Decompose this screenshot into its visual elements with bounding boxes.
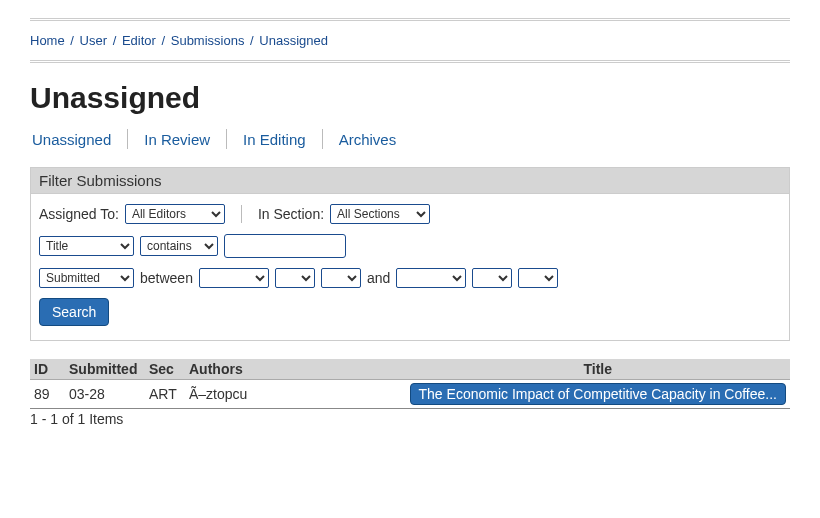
filter-header: Filter Submissions bbox=[31, 168, 789, 194]
breadcrumb: Home / User / Editor / Submissions / Una… bbox=[30, 29, 790, 52]
tab-in-editing[interactable]: In Editing bbox=[241, 131, 308, 148]
date-basis-select[interactable]: Submitted bbox=[39, 268, 134, 288]
submission-title-link[interactable]: The Economic Impact of Competitive Capac… bbox=[410, 383, 786, 405]
search-button[interactable]: Search bbox=[39, 298, 109, 326]
col-id: ID bbox=[30, 359, 65, 380]
breadcrumb-sep: / bbox=[111, 33, 119, 48]
breadcrumb-editor[interactable]: Editor bbox=[122, 33, 156, 48]
in-section-select[interactable]: All Sections bbox=[330, 204, 430, 224]
to-year-select[interactable] bbox=[396, 268, 466, 288]
match-select[interactable]: contains bbox=[140, 236, 218, 256]
breadcrumb-unassigned[interactable]: Unassigned bbox=[259, 33, 328, 48]
col-sec: Sec bbox=[145, 359, 185, 380]
page-title: Unassigned bbox=[30, 81, 790, 115]
tab-divider bbox=[322, 129, 323, 149]
table-row: 89 03-28 ART Ã–ztopcu The Economic Impac… bbox=[30, 380, 790, 409]
breadcrumb-sep: / bbox=[68, 33, 76, 48]
tab-divider bbox=[226, 129, 227, 149]
top-rule bbox=[30, 18, 790, 21]
tab-unassigned[interactable]: Unassigned bbox=[30, 131, 113, 148]
in-section-label: In Section: bbox=[258, 206, 324, 222]
to-day-select[interactable] bbox=[518, 268, 558, 288]
filter-row-search: Title contains bbox=[39, 234, 781, 258]
breadcrumb-rule bbox=[30, 60, 790, 63]
tab-in-review[interactable]: In Review bbox=[142, 131, 212, 148]
filter-row-dates: Submitted between and bbox=[39, 268, 781, 288]
and-label: and bbox=[367, 270, 390, 286]
filter-box: Filter Submissions Assigned To: All Edit… bbox=[30, 167, 790, 341]
between-label: between bbox=[140, 270, 193, 286]
tab-divider bbox=[127, 129, 128, 149]
filter-body: Assigned To: All Editors In Section: All… bbox=[31, 194, 789, 340]
tabs: Unassigned In Review In Editing Archives bbox=[30, 129, 790, 149]
filter-row-assigned: Assigned To: All Editors In Section: All… bbox=[39, 204, 781, 224]
col-title: Title bbox=[406, 359, 790, 380]
from-year-select[interactable] bbox=[199, 268, 269, 288]
assigned-to-select[interactable]: All Editors bbox=[125, 204, 225, 224]
breadcrumb-sep: / bbox=[248, 33, 256, 48]
to-month-select[interactable] bbox=[472, 268, 512, 288]
col-authors: Authors bbox=[185, 359, 406, 380]
cell-title: The Economic Impact of Competitive Capac… bbox=[406, 380, 790, 409]
filter-row-submit: Search bbox=[39, 298, 781, 326]
field-select[interactable]: Title bbox=[39, 236, 134, 256]
search-input[interactable] bbox=[224, 234, 346, 258]
tab-archives[interactable]: Archives bbox=[337, 131, 399, 148]
breadcrumb-user[interactable]: User bbox=[80, 33, 107, 48]
cell-id: 89 bbox=[30, 380, 65, 409]
cell-submitted: 03-28 bbox=[65, 380, 145, 409]
filter-divider bbox=[241, 205, 242, 223]
results-table: ID Submitted Sec Authors Title 89 03-28 … bbox=[30, 359, 790, 408]
assigned-to-label: Assigned To: bbox=[39, 206, 119, 222]
from-day-select[interactable] bbox=[321, 268, 361, 288]
cell-sec: ART bbox=[145, 380, 185, 409]
items-count: 1 - 1 of 1 Items bbox=[30, 408, 790, 427]
breadcrumb-sep: / bbox=[159, 33, 167, 48]
table-header-row: ID Submitted Sec Authors Title bbox=[30, 359, 790, 380]
from-month-select[interactable] bbox=[275, 268, 315, 288]
col-submitted: Submitted bbox=[65, 359, 145, 380]
cell-authors: Ã–ztopcu bbox=[185, 380, 406, 409]
breadcrumb-submissions[interactable]: Submissions bbox=[171, 33, 245, 48]
breadcrumb-home[interactable]: Home bbox=[30, 33, 65, 48]
